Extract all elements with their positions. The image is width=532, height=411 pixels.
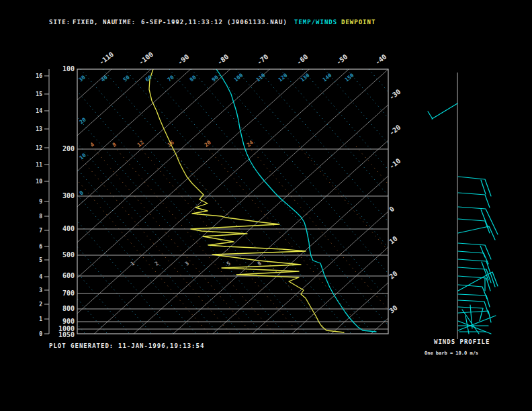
pressure-label: 800	[62, 305, 75, 312]
right-temp-label: 0	[388, 205, 396, 213]
moist-label: 4	[89, 141, 95, 148]
adiabat-line	[0, 69, 388, 411]
moist-line	[206, 146, 388, 359]
plot-frame	[77, 69, 388, 334]
height-label: 1	[39, 316, 42, 322]
adiabat-left-label: 0	[79, 189, 85, 196]
isotherm-line	[77, 0, 388, 207]
adiabat-top-label: 40	[100, 74, 109, 83]
right-temp-label: 20	[388, 269, 398, 280]
isotherm-line	[77, 105, 388, 385]
height-label: 9	[39, 199, 42, 205]
moist-label: 8	[112, 141, 118, 148]
adiabat-line	[236, 69, 388, 248]
pressure-label: 600	[62, 272, 75, 279]
height-label: 2	[39, 302, 42, 308]
pressure-label: 900	[62, 318, 75, 325]
isotherm-line	[77, 140, 388, 411]
skewt-chart: 3040506070809010011012013014015020100481…	[0, 0, 532, 411]
moist-label: 24	[246, 139, 255, 148]
adiabat-left-label: 20	[79, 116, 87, 125]
height-label: 15	[36, 91, 42, 97]
wind-barb	[458, 259, 495, 287]
top-temp-label: -70	[255, 53, 269, 66]
pressure-label: 200	[62, 145, 75, 152]
wind-barb	[458, 219, 490, 233]
top-temp-label: -100	[137, 50, 154, 66]
pressure-label: 100	[62, 65, 75, 73]
sounding-screen: SITE: FIXED, NAU TIME: 6-SEP-1992,11:33:…	[0, 0, 532, 411]
mixing-ratio-label: 3	[184, 260, 190, 267]
adiabat-line	[14, 69, 388, 411]
height-label: 0	[39, 331, 42, 337]
adiabat-line	[369, 69, 388, 92]
wind-barb	[458, 285, 487, 299]
adiabat-left-label: 10	[79, 152, 87, 161]
adiabat-top-label: 100	[233, 72, 245, 83]
isotherm-line	[77, 0, 388, 278]
adiabat-line	[103, 69, 388, 403]
height-label: 13	[36, 126, 42, 132]
top-temp-label: -110	[97, 50, 115, 66]
adiabat-line	[280, 69, 388, 195]
moist-line	[249, 146, 388, 310]
top-temp-label: -90	[176, 53, 190, 66]
isotherm-line	[77, 0, 388, 171]
pressure-lines	[77, 149, 388, 329]
mixing-ratio-label: 2	[154, 260, 160, 267]
height-label: 4	[39, 274, 42, 280]
top-temp-label: -40	[373, 53, 388, 66]
height-label: 14	[36, 108, 42, 114]
isotherm-line	[77, 0, 388, 242]
winds-profile	[428, 73, 498, 339]
wind-barb	[458, 272, 498, 291]
wind-barb	[481, 180, 486, 194]
pressure-label: 700	[62, 289, 75, 297]
top-temp-label: -50	[335, 53, 349, 66]
height-label: 5	[39, 257, 42, 263]
height-label: 16	[36, 73, 42, 79]
isotherm-line	[77, 0, 388, 100]
height-label: 8	[39, 214, 42, 220]
height-label: 12	[36, 145, 42, 151]
adiabat-line	[0, 69, 388, 411]
adiabat-top-label: 80	[189, 74, 197, 83]
moist-label: 16	[167, 139, 175, 148]
height-label: 11	[36, 162, 42, 168]
adiabat-line	[0, 69, 388, 411]
height-label: 10	[36, 179, 42, 185]
adiabat-line	[0, 69, 388, 411]
right-temp-label: -10	[388, 157, 402, 171]
wind-barb	[458, 311, 491, 322]
wind-barb	[458, 251, 488, 264]
top-temp-label: -60	[295, 53, 309, 66]
height-label: 7	[39, 228, 42, 234]
right-temp-label: 10	[388, 234, 398, 245]
isotherm-line	[77, 34, 388, 314]
plot-area	[0, 0, 391, 411]
pressure-label: 400	[62, 225, 75, 232]
adiabat-top-label: 70	[167, 74, 175, 83]
adiabat-line	[0, 69, 388, 411]
adiabat-lines	[0, 66, 391, 411]
isotherm-line	[77, 354, 388, 411]
wind-barb	[458, 193, 490, 208]
mixing-ratio-label: 5	[226, 260, 232, 267]
adiabat-top-label: 120	[277, 72, 289, 83]
adiabat-line	[0, 69, 388, 411]
adiabat-line	[302, 69, 388, 170]
temperature-trace	[216, 69, 376, 332]
height-label: 6	[39, 244, 42, 250]
moist-line	[139, 146, 388, 411]
adiabat-line	[388, 66, 391, 69]
top-temp-label: -80	[216, 53, 230, 66]
adiabat-top-label: 130	[300, 72, 311, 83]
dewpoint-trace	[149, 69, 344, 332]
right-temp-label: -30	[388, 88, 402, 101]
adiabat-line	[214, 69, 388, 273]
adiabat-top-label: 150	[344, 72, 355, 83]
right-temp-label: 30	[388, 304, 398, 314]
right-temp-label: -20	[388, 124, 402, 137]
height-label: 3	[39, 287, 42, 293]
adiabat-top-label: 90	[211, 74, 220, 83]
